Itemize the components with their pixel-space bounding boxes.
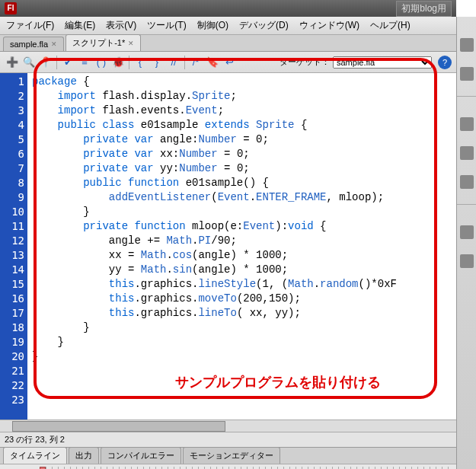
- add-script-icon[interactable]: ➕: [5, 55, 20, 70]
- scrollbar-thumb[interactable]: [12, 421, 225, 432]
- library-icon[interactable]: [460, 254, 474, 268]
- menu-item[interactable]: デバッグ(D): [239, 19, 289, 32]
- menu-item[interactable]: 制御(O): [197, 19, 228, 32]
- code-hint-icon[interactable]: ( ): [94, 55, 109, 70]
- script-toolbar: ➕🔍📍✔≡( )🐞{}///*🔖↩ ターゲット： sample.fla ?: [0, 52, 456, 73]
- menu-item[interactable]: ファイル(F): [6, 19, 54, 32]
- menu-item[interactable]: ツール(T): [147, 19, 186, 32]
- help-icon[interactable]: ?: [438, 56, 452, 69]
- document-tabs: sample.fla✕スクリプト-1*✕: [0, 35, 456, 52]
- autoformat-icon[interactable]: ≡: [77, 55, 92, 70]
- collapsed-panels: [456, 17, 476, 469]
- bookmark-icon[interactable]: 🔖: [205, 55, 220, 70]
- pin-icon[interactable]: 📍: [38, 55, 53, 70]
- target-label: ターゲット：: [280, 56, 330, 68]
- status-line: 23 の行 23, 列 2: [0, 432, 456, 447]
- line-gutter: 1234567891011121314151617181920212223: [0, 73, 27, 420]
- bottom-panel-tabs: タイムライン出力コンパイルエラーモーションエディター: [0, 447, 456, 464]
- horizontal-scrollbar[interactable]: [0, 420, 456, 432]
- find-icon[interactable]: 🔍: [21, 55, 37, 70]
- tab-label: sample.fla: [10, 40, 48, 49]
- menu-item[interactable]: ヘルプ(H): [370, 19, 411, 32]
- color-icon[interactable]: [460, 225, 474, 239]
- grid-icon[interactable]: [460, 67, 474, 81]
- brace-collapse-icon[interactable]: {: [133, 55, 148, 70]
- workspace-tag[interactable]: 初期blog用: [396, 1, 452, 17]
- code-area[interactable]: package { import flash.display.Sprite; i…: [27, 73, 456, 420]
- close-icon[interactable]: ✕: [51, 40, 57, 48]
- timeline[interactable]: 👁 🔒 □: [0, 464, 456, 469]
- info-icon[interactable]: [460, 146, 474, 160]
- panel-tab[interactable]: モーションエディター: [183, 447, 280, 464]
- menu-item[interactable]: 表示(V): [106, 19, 136, 32]
- document-tab[interactable]: sample.fla✕: [3, 37, 64, 51]
- swatches-icon[interactable]: [460, 38, 474, 52]
- titlebar: Fl 初期blog用: [0, 0, 456, 17]
- panel-tab[interactable]: コンパイルエラー: [101, 447, 181, 464]
- code-editor: 1234567891011121314151617181920212223 pa…: [0, 73, 456, 420]
- menu-item[interactable]: ウィンドウ(W): [299, 19, 359, 32]
- target-select[interactable]: sample.fla: [333, 56, 432, 69]
- panel-tab[interactable]: タイムライン: [3, 447, 67, 464]
- align-icon[interactable]: [460, 117, 474, 131]
- check-syntax-icon[interactable]: ✔: [60, 55, 75, 70]
- comment-icon[interactable]: //: [166, 55, 181, 70]
- panel-tab[interactable]: 出力: [69, 447, 99, 464]
- menubar: ファイル(F)編集(E)表示(V)ツール(T)制御(O)デバッグ(D)ウィンドウ…: [0, 17, 456, 35]
- app-logo: Fl: [5, 2, 17, 14]
- close-icon[interactable]: ✕: [128, 40, 134, 47]
- debug-icon[interactable]: 🐞: [110, 55, 126, 70]
- document-tab[interactable]: スクリプト-1*✕: [65, 34, 141, 51]
- brace-expand-icon[interactable]: }: [149, 55, 165, 70]
- menu-item[interactable]: 編集(E): [65, 19, 95, 32]
- tab-label: スクリプト-1*: [72, 37, 125, 49]
- uncomment-icon[interactable]: /*: [188, 55, 203, 70]
- transform-icon[interactable]: [460, 175, 474, 189]
- wrap-icon[interactable]: ↩: [222, 55, 237, 70]
